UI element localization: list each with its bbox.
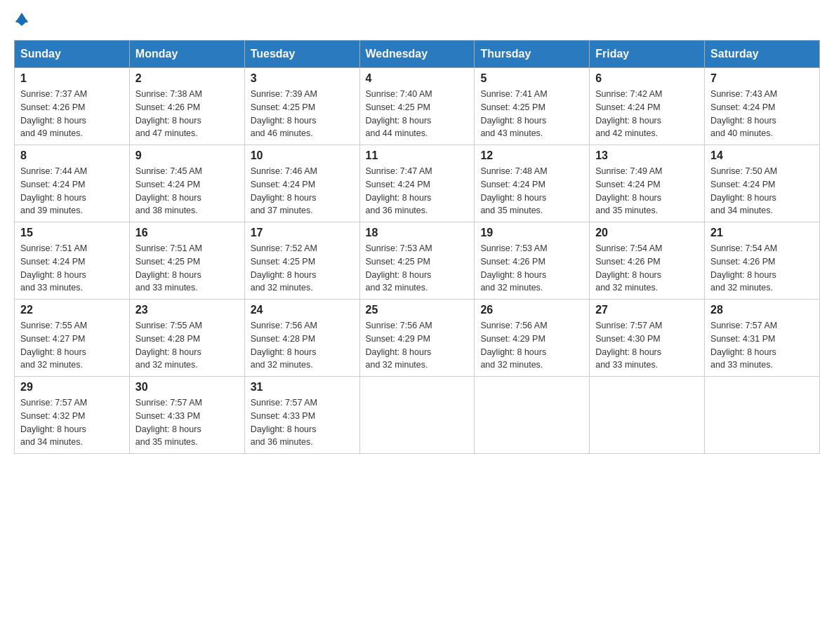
calendar-cell: 14 Sunrise: 7:50 AM Sunset: 4:24 PM Dayl…	[705, 145, 820, 222]
day-info: Sunrise: 7:57 AM Sunset: 4:31 PM Dayligh…	[710, 319, 814, 372]
calendar-cell: 29 Sunrise: 7:57 AM Sunset: 4:32 PM Dayl…	[15, 377, 130, 454]
day-info: Sunrise: 7:48 AM Sunset: 4:24 PM Dayligh…	[480, 165, 583, 217]
day-number: 2	[135, 72, 239, 85]
day-number: 23	[135, 304, 239, 316]
calendar-cell	[590, 377, 705, 454]
calendar-cell: 21 Sunrise: 7:54 AM Sunset: 4:26 PM Dayl…	[705, 222, 820, 300]
day-number: 16	[135, 227, 239, 239]
day-number: 1	[20, 72, 124, 85]
column-header-wednesday: Wednesday	[359, 41, 475, 68]
column-header-friday: Friday	[590, 41, 705, 68]
day-info: Sunrise: 7:56 AM Sunset: 4:28 PM Dayligh…	[251, 319, 354, 372]
day-info: Sunrise: 7:56 AM Sunset: 4:29 PM Dayligh…	[366, 319, 469, 372]
calendar-week-row: 15 Sunrise: 7:51 AM Sunset: 4:24 PM Dayl…	[15, 222, 820, 300]
day-info: Sunrise: 7:57 AM Sunset: 4:30 PM Dayligh…	[595, 319, 699, 372]
calendar-cell: 4 Sunrise: 7:40 AM Sunset: 4:25 PM Dayli…	[359, 68, 475, 145]
day-number: 4	[366, 72, 469, 85]
calendar-cell	[475, 377, 590, 454]
day-info: Sunrise: 7:52 AM Sunset: 4:25 PM Dayligh…	[251, 242, 354, 295]
day-info: Sunrise: 7:56 AM Sunset: 4:29 PM Dayligh…	[480, 319, 583, 372]
day-info: Sunrise: 7:42 AM Sunset: 4:24 PM Dayligh…	[595, 88, 699, 140]
day-info: Sunrise: 7:44 AM Sunset: 4:24 PM Dayligh…	[20, 165, 124, 217]
day-info: Sunrise: 7:55 AM Sunset: 4:28 PM Dayligh…	[135, 319, 239, 372]
day-info: Sunrise: 7:57 AM Sunset: 4:32 PM Dayligh…	[20, 396, 124, 449]
calendar-table: SundayMondayTuesdayWednesdayThursdayFrid…	[14, 40, 820, 454]
day-info: Sunrise: 7:54 AM Sunset: 4:26 PM Dayligh…	[595, 242, 699, 295]
calendar-cell: 12 Sunrise: 7:48 AM Sunset: 4:24 PM Dayl…	[475, 145, 590, 222]
day-info: Sunrise: 7:39 AM Sunset: 4:25 PM Dayligh…	[251, 88, 354, 140]
calendar-cell: 26 Sunrise: 7:56 AM Sunset: 4:29 PM Dayl…	[475, 300, 590, 377]
day-info: Sunrise: 7:55 AM Sunset: 4:27 PM Dayligh…	[20, 319, 124, 372]
day-info: Sunrise: 7:49 AM Sunset: 4:24 PM Dayligh…	[595, 165, 699, 217]
column-header-monday: Monday	[129, 41, 244, 68]
calendar-week-row: 1 Sunrise: 7:37 AM Sunset: 4:26 PM Dayli…	[15, 68, 820, 145]
day-info: Sunrise: 7:51 AM Sunset: 4:25 PM Dayligh…	[135, 242, 239, 295]
calendar-cell: 3 Sunrise: 7:39 AM Sunset: 4:25 PM Dayli…	[244, 68, 359, 145]
day-info: Sunrise: 7:46 AM Sunset: 4:24 PM Dayligh…	[251, 165, 354, 217]
day-info: Sunrise: 7:47 AM Sunset: 4:24 PM Dayligh…	[366, 165, 469, 217]
day-info: Sunrise: 7:53 AM Sunset: 4:25 PM Dayligh…	[366, 242, 469, 295]
calendar-cell: 2 Sunrise: 7:38 AM Sunset: 4:26 PM Dayli…	[129, 68, 244, 145]
day-number: 28	[710, 304, 814, 316]
calendar-cell	[705, 377, 820, 454]
day-number: 24	[251, 304, 354, 316]
day-number: 30	[135, 381, 239, 394]
day-info: Sunrise: 7:38 AM Sunset: 4:26 PM Dayligh…	[135, 88, 239, 140]
calendar-cell: 13 Sunrise: 7:49 AM Sunset: 4:24 PM Dayl…	[590, 145, 705, 222]
calendar-cell: 31 Sunrise: 7:57 AM Sunset: 4:33 PM Dayl…	[244, 377, 359, 454]
column-header-thursday: Thursday	[475, 41, 590, 68]
calendar-cell: 8 Sunrise: 7:44 AM Sunset: 4:24 PM Dayli…	[15, 145, 130, 222]
day-info: Sunrise: 7:41 AM Sunset: 4:25 PM Dayligh…	[480, 88, 583, 140]
day-info: Sunrise: 7:53 AM Sunset: 4:26 PM Dayligh…	[480, 242, 583, 295]
calendar-cell: 16 Sunrise: 7:51 AM Sunset: 4:25 PM Dayl…	[129, 222, 244, 300]
day-number: 20	[595, 227, 699, 239]
calendar-cell: 18 Sunrise: 7:53 AM Sunset: 4:25 PM Dayl…	[359, 222, 475, 300]
day-number: 17	[251, 227, 354, 239]
day-number: 13	[595, 149, 699, 162]
day-number: 5	[480, 72, 583, 85]
day-number: 9	[135, 149, 239, 162]
day-info: Sunrise: 7:57 AM Sunset: 4:33 PM Dayligh…	[135, 396, 239, 449]
calendar-cell: 7 Sunrise: 7:43 AM Sunset: 4:24 PM Dayli…	[705, 68, 820, 145]
calendar-header-row: SundayMondayTuesdayWednesdayThursdayFrid…	[15, 41, 820, 68]
day-number: 18	[366, 227, 469, 239]
column-header-tuesday: Tuesday	[244, 41, 359, 68]
calendar-cell: 11 Sunrise: 7:47 AM Sunset: 4:24 PM Dayl…	[359, 145, 475, 222]
day-number: 8	[20, 149, 124, 162]
day-number: 22	[20, 304, 124, 316]
column-header-sunday: Sunday	[15, 41, 130, 68]
calendar-cell: 10 Sunrise: 7:46 AM Sunset: 4:24 PM Dayl…	[244, 145, 359, 222]
day-number: 10	[251, 149, 354, 162]
calendar-cell: 1 Sunrise: 7:37 AM Sunset: 4:26 PM Dayli…	[15, 68, 130, 145]
day-number: 6	[595, 72, 699, 85]
day-number: 25	[366, 304, 469, 316]
calendar-cell: 9 Sunrise: 7:45 AM Sunset: 4:24 PM Dayli…	[129, 145, 244, 222]
day-info: Sunrise: 7:51 AM Sunset: 4:24 PM Dayligh…	[20, 242, 124, 295]
day-info: Sunrise: 7:40 AM Sunset: 4:25 PM Dayligh…	[366, 88, 469, 140]
day-info: Sunrise: 7:50 AM Sunset: 4:24 PM Dayligh…	[710, 165, 814, 217]
day-number: 15	[20, 227, 124, 239]
day-info: Sunrise: 7:54 AM Sunset: 4:26 PM Dayligh…	[710, 242, 814, 295]
calendar-cell: 25 Sunrise: 7:56 AM Sunset: 4:29 PM Dayl…	[359, 300, 475, 377]
calendar-cell: 6 Sunrise: 7:42 AM Sunset: 4:24 PM Dayli…	[590, 68, 705, 145]
day-number: 7	[710, 72, 814, 85]
day-number: 12	[480, 149, 583, 162]
calendar-cell: 15 Sunrise: 7:51 AM Sunset: 4:24 PM Dayl…	[15, 222, 130, 300]
day-info: Sunrise: 7:57 AM Sunset: 4:33 PM Dayligh…	[251, 396, 354, 449]
calendar-cell: 27 Sunrise: 7:57 AM Sunset: 4:30 PM Dayl…	[590, 300, 705, 377]
logo	[14, 14, 28, 26]
day-info: Sunrise: 7:45 AM Sunset: 4:24 PM Dayligh…	[135, 165, 239, 217]
page-header	[14, 14, 820, 26]
day-number: 26	[480, 304, 583, 316]
calendar-cell: 30 Sunrise: 7:57 AM Sunset: 4:33 PM Dayl…	[129, 377, 244, 454]
calendar-cell: 17 Sunrise: 7:52 AM Sunset: 4:25 PM Dayl…	[244, 222, 359, 300]
day-number: 29	[20, 381, 124, 394]
calendar-cell	[359, 377, 475, 454]
calendar-week-row: 22 Sunrise: 7:55 AM Sunset: 4:27 PM Dayl…	[15, 300, 820, 377]
calendar-cell: 20 Sunrise: 7:54 AM Sunset: 4:26 PM Dayl…	[590, 222, 705, 300]
day-number: 21	[710, 227, 814, 239]
calendar-cell: 5 Sunrise: 7:41 AM Sunset: 4:25 PM Dayli…	[475, 68, 590, 145]
calendar-cell: 24 Sunrise: 7:56 AM Sunset: 4:28 PM Dayl…	[244, 300, 359, 377]
column-header-saturday: Saturday	[705, 41, 820, 68]
calendar-week-row: 8 Sunrise: 7:44 AM Sunset: 4:24 PM Dayli…	[15, 145, 820, 222]
